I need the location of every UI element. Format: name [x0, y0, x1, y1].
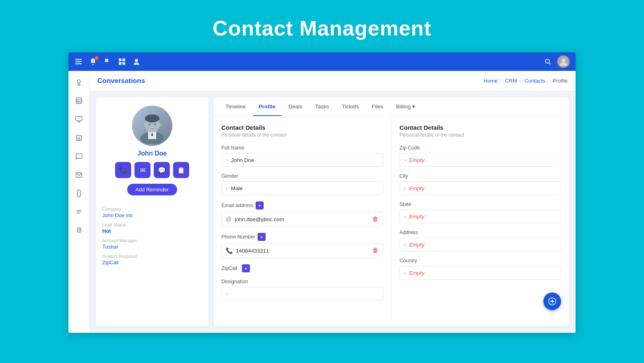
svg-rect-14: [76, 98, 82, 104]
svg-point-40: [149, 123, 151, 126]
address-value: Empty: [409, 242, 424, 248]
svg-line-10: [549, 63, 551, 64]
address-field[interactable]: › Empty: [400, 238, 561, 251]
app-container: 7: [68, 52, 576, 333]
search-icon[interactable]: [543, 57, 552, 66]
account-manager-label: Account Manager: [102, 238, 202, 243]
fab-button[interactable]: [543, 292, 561, 310]
phone-label-row: Phone Number +: [221, 233, 383, 241]
sidebar-contacts-icon[interactable]: [73, 95, 85, 106]
state-label: State: [400, 201, 561, 207]
phone-field[interactable]: 📞 14084433211 🗑: [221, 243, 383, 258]
chat-action-btn[interactable]: 💬: [154, 162, 170, 178]
content-area: Conversations Home □ CRM □ Contacts □ Pr…: [89, 71, 576, 333]
zipcode-chevron-icon: ›: [404, 157, 406, 163]
details-body: Contact Details Personal details of the …: [213, 116, 569, 318]
city-value: Empty: [409, 185, 424, 191]
page-section-title: Conversations: [97, 77, 145, 85]
zipcode-label: Zip Code: [400, 145, 561, 151]
svg-point-9: [545, 59, 549, 63]
page-title-area: Contact Management: [0, 0, 644, 52]
tab-profile[interactable]: Profile: [253, 98, 281, 116]
notification-icon[interactable]: 7: [89, 57, 97, 66]
svg-rect-22: [78, 138, 80, 141]
add-reminder-button[interactable]: Add Reminder: [127, 184, 177, 195]
top-nav: 7: [68, 52, 576, 71]
gender-field[interactable]: › Male: [221, 181, 383, 195]
sidebar-chat-icon[interactable]: [73, 151, 85, 162]
menu-icon[interactable]: [74, 57, 83, 66]
sidebar-bitcoin-icon[interactable]: [73, 225, 85, 236]
details-col-left: Contact Details Personal details of the …: [213, 116, 392, 318]
phone-icon: 📞: [226, 247, 233, 254]
notification-badge: 7: [94, 56, 99, 60]
email-delete-icon[interactable]: 🗑: [372, 216, 379, 223]
sidebar-text-icon[interactable]: [73, 206, 85, 218]
tab-tickets[interactable]: Tickets: [336, 98, 365, 116]
fullname-value: John Doe: [231, 157, 254, 163]
country-value: Empty: [409, 270, 424, 276]
sidebar-monitor-icon[interactable]: [73, 114, 85, 125]
zipcode-field[interactable]: › Empty: [400, 153, 561, 167]
tab-timeline[interactable]: Timeline: [220, 98, 252, 116]
zipcall-row: ZipCall +: [221, 264, 383, 272]
user-avatar[interactable]: [557, 55, 570, 68]
designation-field[interactable]: ›: [221, 287, 383, 301]
email-label: Email address: [221, 203, 253, 208]
phone-label: Phone Number: [221, 234, 255, 240]
add-email-button[interactable]: +: [256, 201, 264, 210]
phone-action-btn[interactable]: 📞: [115, 162, 131, 178]
svg-rect-2: [75, 63, 82, 64]
breadcrumb: Home □ CRM □ Contacts □ Profile: [484, 78, 568, 84]
left-section-title: Contact Details: [221, 124, 383, 131]
grid-icon[interactable]: [118, 57, 126, 66]
sidebar-mail-icon[interactable]: [73, 169, 85, 180]
tab-deals[interactable]: Deals: [283, 98, 308, 116]
sidebar-location-icon[interactable]: [73, 77, 85, 88]
svg-rect-1: [75, 61, 82, 62]
address-label: Address: [400, 230, 561, 235]
gender-value: Male: [231, 185, 243, 191]
country-chevron-icon: ›: [404, 270, 406, 276]
right-section-title: Contact Details: [400, 124, 561, 131]
city-field[interactable]: › Empty: [400, 181, 561, 195]
designation-chevron-icon: ›: [226, 290, 228, 297]
account-manager-row: Account Manager Tushar: [102, 238, 202, 250]
state-field[interactable]: › Empty: [400, 210, 561, 223]
left-section-sub: Personal details of the contact: [221, 132, 383, 138]
email-action-btn[interactable]: ✉: [134, 162, 151, 178]
email-field[interactable]: @ john.doe@jdinc.com 🗑: [221, 212, 383, 226]
body-content: John Doe 📞 ✉ 💬 📋 Add Reminder Company Jo…: [89, 91, 576, 333]
fullname-field[interactable]: › John Doe: [221, 153, 383, 167]
fullname-chevron-icon: ›: [226, 157, 228, 163]
country-field[interactable]: › Empty: [400, 266, 561, 280]
flag-icon[interactable]: [103, 57, 112, 66]
add-zipcall-button[interactable]: +: [242, 264, 250, 272]
email-at-icon: @: [226, 216, 231, 222]
account-manager-value: Tushar: [102, 244, 202, 250]
add-phone-button[interactable]: +: [258, 233, 266, 241]
breadcrumb-contacts[interactable]: Contacts: [524, 78, 545, 84]
note-action-btn[interactable]: 📋: [173, 162, 189, 178]
company-label: Company: [102, 207, 202, 212]
avatar-image: [132, 106, 172, 146]
state-chevron-icon: ›: [404, 213, 406, 220]
breadcrumb-crm[interactable]: CRM: [505, 78, 517, 84]
breadcrumb-home[interactable]: Home: [484, 78, 498, 84]
fullname-label: Full Name: [221, 145, 383, 151]
lead-status-label: Lead Status: [102, 222, 202, 227]
contact-actions: 📞 ✉ 💬 📋: [102, 162, 202, 178]
phone-delete-icon[interactable]: 🗑: [372, 247, 379, 254]
tab-billing[interactable]: Billing ▾: [390, 97, 421, 116]
company-value: John Doe Inc: [102, 212, 202, 218]
product-required-value: ZipCall: [102, 259, 202, 266]
tab-tasks[interactable]: Tasks: [310, 98, 335, 116]
svg-rect-18: [76, 116, 82, 121]
sidebar-mobile-icon[interactable]: [73, 188, 85, 199]
user-nav-icon[interactable]: [132, 57, 141, 66]
sidebar-building-icon[interactable]: [73, 132, 85, 143]
product-required-row: Product Required ZipCall: [102, 254, 202, 266]
svg-rect-4: [119, 58, 122, 61]
company-row: Company John Doe Inc: [102, 207, 202, 218]
tab-files[interactable]: Files: [366, 98, 389, 116]
